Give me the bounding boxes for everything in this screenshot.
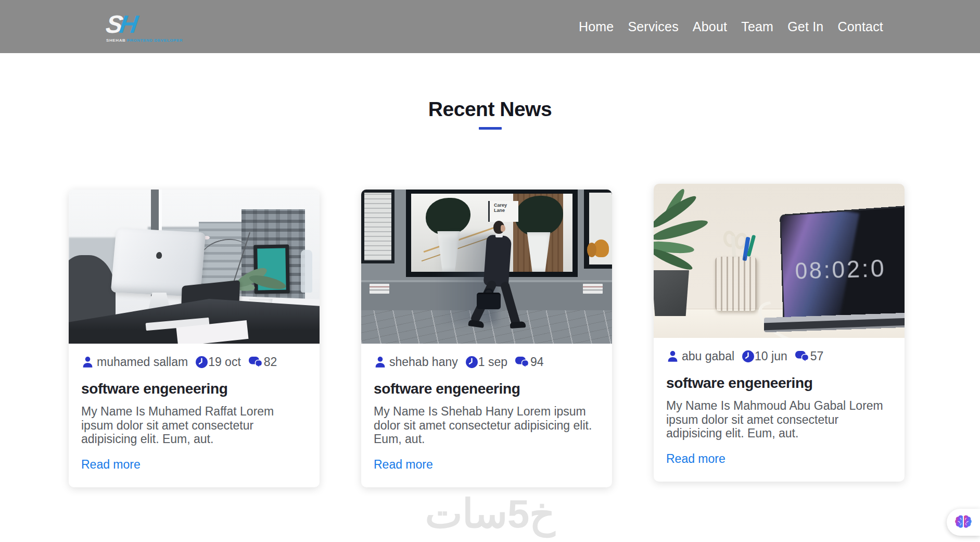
logo-tagline-name: SHEHAB [106,38,125,43]
user-icon [374,356,387,369]
logo-tagline-role: FRONTEND DEVELOPER [127,38,183,43]
card-body: muhamed sallam 19 oct 82 software engene… [69,344,320,487]
nav-item-team[interactable]: Team [741,19,773,34]
private-property-sign [583,284,603,294]
card-author: shehab hany [389,355,458,369]
clock-icon [195,356,208,369]
news-cards-row: muhamed sallam 19 oct 82 software engene… [0,190,980,487]
glass-bottle [301,250,312,293]
card-meta: abu gabal 10 jun 57 [666,349,892,363]
recent-news-section-head: Recent News [0,98,980,130]
card-excerpt: My Name Is Muhamed Raffat Lorem ipsum do… [81,405,307,446]
user-icon [666,350,679,363]
comments-icon [795,350,809,363]
card-author: muhamed sallam [97,355,188,369]
card-date: 10 jun [755,349,787,363]
khamsat-watermark: خ5سات [0,490,980,537]
card-body: shehab hany 1 sep 94 software engeneerin… [361,344,612,487]
site-header: SH SHEHAB FRONTEND DEVELOPER Home Servic… [0,0,980,53]
orange-chair [587,243,596,257]
page-title: Recent News [0,98,980,121]
card-body: abu gabal 10 jun 57 software engeneering… [654,338,905,482]
comments-icon [515,356,529,369]
card-excerpt: My Name Is Mahmoud Abu Gabal Lorem ipsum… [666,399,892,440]
card-excerpt: My Name Is Shehab Hany Lorem ipsum dolor… [374,405,600,446]
man-face [501,225,505,232]
window-blinds [364,193,391,260]
logo-letter-h: H [118,10,136,38]
laptop-screen: 08:02:0 [780,205,905,319]
man-suit [483,234,512,287]
card-author: abu gabal [682,349,734,363]
card-image-office-desk [69,190,320,344]
title-underline [479,127,502,130]
private-property-sign [370,284,389,294]
building-sign: Carey Lane [488,201,518,222]
news-card: muhamed sallam 19 oct 82 software engene… [69,190,320,487]
card-title: software engeneering [81,381,307,397]
card-title: software engeneering [666,375,892,392]
read-more-link[interactable]: Read more [666,452,726,466]
card-date: 19 oct [208,355,241,369]
plant-pot [654,270,691,316]
card-meta: muhamed sallam 19 oct 82 [81,355,307,369]
nav-item-services[interactable]: Services [628,19,678,34]
brain-icon [954,514,972,530]
man-shirt-collar [495,233,503,237]
main-nav: Home Services About Team Get In Contact [579,19,883,34]
wooden-pen-holder [715,257,757,311]
clock-icon [465,356,478,369]
indoor-plant [426,198,470,235]
briefcase [477,293,501,309]
news-card: 08:02:0 abu gabal 10 jun 57 software eng… [654,184,905,482]
card-comment-count: 82 [264,355,277,369]
card-title: software engeneering [374,381,600,397]
card-meta: shehab hany 1 sep 94 [374,355,600,369]
ai-assistant-widget-button[interactable] [947,509,980,536]
logo-tagline: SHEHAB FRONTEND DEVELOPER [106,39,183,43]
apple-logo [156,252,162,259]
read-more-link[interactable]: Read more [81,458,141,472]
news-card: Carey Lane shehab [361,190,612,487]
card-comment-count: 94 [530,355,544,369]
card-comment-count: 57 [810,349,824,363]
screen-clock-text: 08:02:0 [795,254,887,284]
nav-item-about[interactable]: About [693,19,727,34]
user-icon [81,356,94,369]
card-image-businessman-street: Carey Lane [361,190,612,344]
man-shoe [510,321,526,329]
nav-item-home[interactable]: Home [579,19,614,34]
clock-icon [742,350,755,363]
comments-icon [248,356,263,369]
card-date: 1 sep [478,355,507,369]
card-image-desk-laptop: 08:02:0 [654,184,905,338]
read-more-link[interactable]: Read more [374,458,433,472]
nav-item-get-in[interactable]: Get In [787,19,823,34]
site-logo[interactable]: SH SHEHAB FRONTEND DEVELOPER [106,12,183,43]
logo-letters: SH [105,12,184,36]
nav-item-contact[interactable]: Contact [837,19,883,34]
